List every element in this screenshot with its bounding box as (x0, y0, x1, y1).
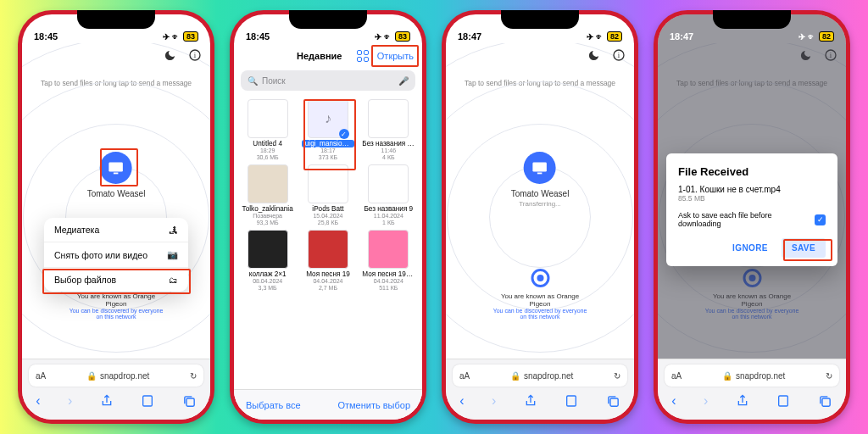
svg-rect-5 (186, 398, 194, 405)
airplane-icon: ✈ (163, 32, 170, 42)
share-icon[interactable] (100, 393, 114, 409)
ask-save-label: Ask to save each file before downloading (678, 211, 815, 228)
airplane-icon: ✈ (587, 32, 593, 42)
file-item[interactable]: Tolko_zaklinaniaПозавчера93,3 МБ (239, 164, 296, 226)
discovery-note: You can be discovered by everyone on thi… (70, 308, 164, 320)
hint-text: Tap to send files or long tap to send a … (22, 79, 210, 87)
dark-mode-icon[interactable] (161, 47, 178, 64)
peer-status: Transferring... (511, 200, 570, 208)
menu-media[interactable]: Медиатека🏞 (44, 218, 188, 242)
file-name: Untitled 4 (242, 140, 294, 147)
battery-badge: 82 (819, 31, 834, 42)
file-meta: 11:464 КБ (360, 147, 417, 161)
known-as: You are known as Orange Pigeon (705, 292, 799, 308)
back-icon[interactable]: ‹ (459, 393, 464, 409)
file-name: Без названия 10 (362, 140, 415, 147)
file-received-modal: File Received 1-01. Кошки не в счет.mp4 … (666, 153, 837, 266)
search-icon: 🔍 (248, 76, 258, 86)
hint-text: Tap to send files or long tap to send a … (446, 79, 634, 87)
airplane-icon: ✈ (375, 32, 381, 42)
file-item[interactable]: Моя песня 19 - 7 ф...hone04.04.2024511 К… (360, 230, 417, 292)
bookmarks-icon[interactable] (565, 394, 578, 408)
url-text: snapdrop.net (736, 371, 785, 381)
ignore-button[interactable]: IGNORE (722, 238, 778, 258)
text-size-button[interactable]: аА (36, 371, 46, 381)
wifi-icon: ᯤ (596, 32, 604, 42)
cancel-select-button[interactable]: Отменить выбор (337, 400, 410, 410)
beacon: You are known as Orange Pigeon You can b… (493, 269, 587, 320)
snapdrop-view: i Tap to send files or long tap to send … (658, 43, 846, 359)
dark-mode-icon[interactable] (585, 47, 602, 64)
svg-rect-10 (567, 396, 576, 406)
known-as: You are known as Orange Pigeon (493, 292, 587, 308)
lock-icon: 🔒 (722, 371, 732, 381)
select-all-button[interactable]: Выбрать все (246, 400, 301, 410)
discovery-note: You can be discovered by everyone on thi… (493, 308, 587, 320)
back-icon[interactable]: ‹ (36, 393, 40, 409)
status-time: 18:47 (458, 31, 481, 42)
file-item[interactable]: коллаж 2×108.04.20243,3 МБ (239, 230, 296, 292)
file-name: Без названия 9 (362, 205, 415, 213)
info-icon[interactable]: i (186, 47, 203, 64)
address-bar[interactable]: аА 🔒snapdrop.net ↻ (453, 364, 627, 387)
phone-1: 18:45 ✈ᯤ83 i Tap to send files or long t… (18, 10, 214, 424)
forward-icon: › (68, 393, 72, 409)
share-icon[interactable] (736, 393, 749, 409)
reload-icon[interactable]: ↻ (614, 371, 620, 381)
search-field[interactable]: 🔍Поиск 🎤 (241, 70, 415, 91)
reload-icon[interactable]: ↻ (190, 371, 197, 381)
file-meta: 18:2930,6 МБ (239, 147, 296, 161)
desktop-icon (524, 152, 556, 184)
svg-rect-11 (610, 398, 618, 405)
peer[interactable]: Tomato Weasel Transferring... (511, 152, 570, 208)
tabs-icon[interactable] (182, 394, 197, 409)
bookmarks-icon[interactable] (776, 394, 790, 408)
view-grid-icon[interactable] (357, 50, 369, 62)
text-size-button[interactable]: аА (671, 371, 682, 381)
file-meta: 04.04.2024511 КБ (360, 278, 417, 292)
hint-text: Tap to send files or long tap to send a … (658, 79, 846, 87)
battery-badge: 82 (607, 31, 622, 42)
address-bar[interactable]: аА 🔒snapdrop.net ↻ (665, 364, 839, 387)
svg-text:i: i (618, 51, 620, 59)
phone-2: 18:45 ✈ᯤ83 Недавние Открыть 🔍Поиск 🎤 Unt… (230, 10, 426, 424)
known-as: You are known as Orange Pigeon (70, 292, 164, 308)
mic-icon[interactable]: 🎤 (398, 76, 409, 86)
file-name: коллаж 2×1 (242, 270, 294, 278)
tabs-icon[interactable] (606, 394, 620, 409)
file-thumb (308, 230, 348, 269)
ask-save-checkbox[interactable]: ✓ (815, 214, 826, 225)
camera-icon: 📷 (167, 249, 178, 260)
file-item[interactable]: Без названия 1011:464 КБ (360, 99, 417, 161)
file-thumb (368, 230, 409, 269)
photos-icon: 🏞 (169, 225, 178, 235)
tabs-icon[interactable] (818, 394, 832, 409)
bookmarks-icon[interactable] (141, 394, 154, 408)
reload-icon[interactable]: ↻ (826, 371, 832, 381)
fp-heading: Недавние (242, 51, 342, 61)
info-icon[interactable]: i (610, 47, 627, 64)
modal-filesize: 85.5 MB (678, 194, 826, 203)
file-picker-bottom: Выбрать все Отменить выбор (234, 389, 422, 420)
forward-icon: › (704, 393, 708, 409)
notch (77, 10, 155, 29)
notch (289, 10, 367, 29)
file-item[interactable]: iPods Batt15.04.202425,8 КБ (299, 164, 356, 226)
safari-bar: аА 🔒snapdrop.net ↻ ‹› (446, 359, 634, 420)
target-icon (743, 269, 761, 287)
back-icon[interactable]: ‹ (671, 393, 676, 409)
share-icon[interactable] (524, 393, 537, 409)
menu-camera[interactable]: Снять фото или видео📷 (44, 242, 188, 268)
file-item[interactable]: Untitled 418:2930,6 МБ (239, 99, 296, 161)
lock-icon: 🔒 (86, 371, 97, 381)
snapdrop-view: i Tap to send files or long tap to send … (446, 43, 634, 359)
peer-name: Tomato Weasel (87, 189, 146, 198)
text-size-button[interactable]: аА (459, 371, 470, 381)
file-item[interactable]: Без названия 911.04.20241 КБ (360, 164, 417, 226)
lock-icon: 🔒 (510, 371, 520, 381)
file-item[interactable]: Моя песня 1904.04.20242,7 МБ (299, 230, 356, 292)
file-name: iPods Batt (302, 205, 354, 213)
safari-bar: аА 🔒snapdrop.net ↻ ‹ › (22, 359, 210, 420)
address-bar[interactable]: аА 🔒snapdrop.net ↻ (29, 364, 203, 387)
status-time: 18:47 (670, 31, 693, 42)
